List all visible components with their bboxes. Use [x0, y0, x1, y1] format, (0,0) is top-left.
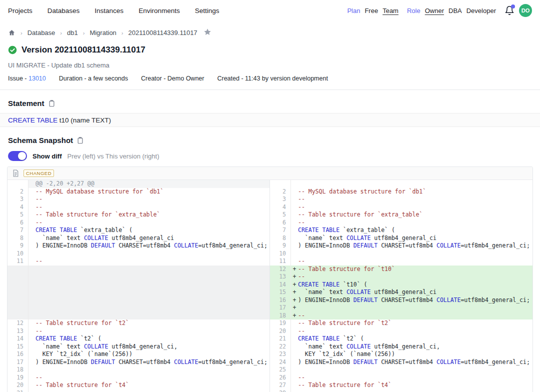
diff-row: 19--	[8, 374, 270, 382]
main-nav: Projects Databases Instances Environment…	[8, 7, 219, 14]
line-number: 22	[270, 343, 291, 351]
diff-row: 22 `name` text COLLATE utf8mb4_general_c…	[270, 343, 532, 351]
check-circle-icon	[8, 46, 17, 54]
diff-row: 20--	[270, 328, 532, 336]
code-line: -- Table structure for `t2`	[298, 320, 532, 328]
diff-marker	[291, 320, 298, 328]
code-line: CREATE TABLE `extra_table` (	[298, 226, 532, 234]
nav-item-environments[interactable]: Environments	[138, 7, 180, 14]
diff-row: 18+--	[270, 312, 532, 320]
plan-option-free[interactable]: Free	[364, 7, 378, 14]
diff-marker: +	[291, 296, 298, 304]
code-line	[36, 366, 270, 374]
role-option-dba[interactable]: DBA	[448, 7, 462, 14]
line-number: 5	[270, 211, 291, 219]
bell-icon[interactable]	[504, 6, 514, 16]
diff-marker	[291, 250, 298, 258]
diff-marker	[291, 242, 298, 250]
diff-row: 4--	[8, 204, 270, 212]
breadcrumb-item-db1[interactable]: db1	[67, 29, 78, 36]
line-number: 8	[270, 234, 291, 242]
line-number: 6	[270, 219, 291, 227]
role-option-owner[interactable]: Owner	[425, 7, 444, 14]
nav-item-databases[interactable]: Databases	[48, 7, 80, 14]
diff-marker	[28, 266, 36, 320]
code-line: --	[36, 196, 270, 204]
statement-sql[interactable]: CREATE TABLE t10 (name TEXT)	[0, 113, 540, 127]
diff-row: 10	[8, 250, 270, 258]
code-line: -- Table structure for `t2`	[36, 320, 270, 328]
line-number: 18	[8, 366, 28, 374]
role-label: Role	[407, 7, 420, 14]
line-number: 11	[8, 258, 28, 266]
diff-marker	[291, 219, 298, 227]
clipboard-icon[interactable]	[76, 136, 84, 144]
issue-link[interactable]: 13010	[28, 75, 46, 82]
diff-marker: +	[291, 312, 298, 320]
line-number: 10	[8, 250, 28, 258]
code-line	[36, 250, 270, 258]
diff-row: 14CREATE TABLE `t2` (	[8, 335, 270, 343]
code-line: -- Table structure for `t4`	[298, 382, 532, 390]
show-diff-toggle[interactable]	[8, 151, 27, 161]
diff-marker	[28, 234, 36, 242]
statement-title: Statement	[8, 99, 44, 108]
home-icon[interactable]	[8, 29, 16, 36]
diff-marker: +	[291, 281, 298, 289]
nav-item-projects[interactable]: Projects	[8, 7, 32, 14]
diff-marker	[28, 258, 36, 266]
code-line: -- MySQL database structure for `db1`	[298, 188, 532, 196]
diff-marker	[28, 390, 36, 392]
diff-editor[interactable]: @@ -2,20 +2,27 @@2-- MySQL database stru…	[8, 180, 532, 392]
diff-row: 3--	[270, 196, 532, 204]
code-line: --	[298, 390, 532, 392]
breadcrumb-item-database[interactable]: Database	[28, 29, 56, 36]
diff-marker	[291, 374, 298, 382]
diff-marker: +	[291, 288, 298, 296]
diff-marker	[28, 335, 36, 343]
diff-marker	[291, 211, 298, 219]
star-icon[interactable]	[204, 28, 212, 38]
diff-row: 21--	[8, 390, 270, 392]
diff-marker	[291, 350, 298, 358]
avatar[interactable]: DO	[519, 4, 532, 17]
diff-marker	[291, 335, 298, 343]
diff-row: 16+) ENGINE=InnoDB DEFAULT CHARSET=utf8m…	[270, 296, 532, 304]
diff-row: 6--	[8, 219, 270, 227]
nav-item-settings[interactable]: Settings	[195, 7, 220, 14]
diff-marker	[28, 211, 36, 219]
breadcrumb-item-migration[interactable]: Migration	[90, 29, 116, 36]
diff-row: 10	[270, 250, 532, 258]
show-diff-label: Show diff	[32, 152, 62, 160]
code-line: --	[298, 258, 532, 266]
line-number: 19	[270, 320, 291, 328]
diff-marker	[28, 250, 36, 258]
diff-header: CHANGED	[8, 167, 532, 180]
nav-item-instances[interactable]: Instances	[94, 7, 124, 14]
diff-marker	[28, 219, 36, 227]
meta-issue: Issue - 13010	[8, 75, 46, 82]
line-number: 3	[270, 196, 291, 204]
diff-marker	[28, 180, 36, 188]
breadcrumb-item-version[interactable]: 20211008114339.11017	[128, 29, 198, 36]
diff-marker	[28, 226, 36, 234]
statement-heading: Statement	[8, 99, 532, 108]
role-option-developer[interactable]: Developer	[466, 7, 496, 14]
diff-row: 12-- Table structure for `t2`	[8, 320, 270, 328]
line-number: 18	[270, 312, 291, 320]
diff-marker	[28, 366, 36, 374]
chevron-right-icon: ›	[20, 30, 22, 36]
line-number: 19	[8, 374, 28, 382]
plan-option-team[interactable]: Team	[382, 7, 398, 14]
code-line: --	[298, 204, 532, 212]
line-number	[270, 180, 291, 188]
line-number: 4	[8, 204, 28, 212]
code-line: -- MySQL database structure for `db1`	[36, 188, 270, 196]
chevron-right-icon: ›	[83, 30, 85, 36]
clipboard-icon[interactable]	[48, 100, 56, 107]
diff-row: 16 KEY `t2_idx` (`name`(256))	[8, 350, 270, 358]
diff-row: 5-- Table structure for `extra_table`	[8, 211, 270, 219]
diff-row: 19-- Table structure for `t2`	[270, 320, 532, 328]
line-number: 17	[270, 304, 291, 312]
diff-row: 4--	[270, 204, 532, 212]
